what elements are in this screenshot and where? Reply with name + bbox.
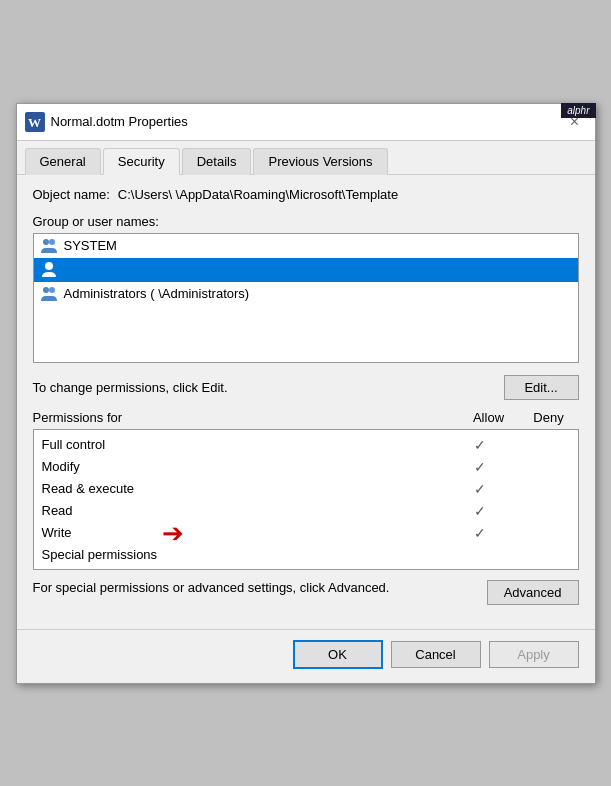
- svg-point-4: [45, 262, 53, 270]
- perm-allow-check: ✓: [450, 503, 510, 519]
- system-users-icon: [40, 237, 58, 255]
- alphr-badge: alphr: [561, 103, 595, 118]
- perm-allow-check: ✓: [450, 525, 510, 541]
- perm-row-full-control: Full control ✓: [42, 434, 570, 456]
- advanced-text: For special permissions or advanced sett…: [33, 580, 487, 595]
- perm-name: Special permissions: [42, 547, 450, 562]
- permission-change-text: To change permissions, click Edit.: [33, 380, 228, 395]
- perm-name: Modify: [42, 459, 450, 474]
- svg-point-3: [49, 239, 55, 245]
- tab-security[interactable]: Security: [103, 148, 180, 175]
- properties-dialog: W Normal.dotm Properties × General Secur…: [16, 103, 596, 684]
- permissions-table: Full control ✓ Modify ✓ Read & execute ✓: [33, 429, 579, 570]
- advanced-section: For special permissions or advanced sett…: [33, 580, 579, 605]
- tab-content: Object name: C:\Users\ \AppData\Roaming\…: [17, 175, 595, 629]
- permission-change-row: To change permissions, click Edit. Edit.…: [33, 375, 579, 400]
- user-list[interactable]: SYSTEM Ad: [33, 233, 579, 363]
- advanced-button[interactable]: Advanced: [487, 580, 579, 605]
- perm-row-modify: Modify ✓: [42, 456, 570, 478]
- deny-column-header: Deny: [519, 410, 579, 425]
- ok-button[interactable]: OK: [293, 640, 383, 669]
- user-name: SYSTEM: [64, 238, 117, 253]
- group-label: Group or user names:: [33, 214, 579, 229]
- permissions-section: Permissions for Allow Deny Full control …: [33, 410, 579, 570]
- user-icon: [40, 261, 58, 279]
- permissions-for-label: Permissions for: [33, 410, 459, 425]
- admins-icon: [40, 285, 58, 303]
- object-name-label: Object name:: [33, 187, 110, 202]
- perm-name: Write: [42, 525, 450, 540]
- tab-general[interactable]: General: [25, 148, 101, 175]
- list-item[interactable]: Administrators ( \Administrators): [34, 282, 578, 306]
- perm-name: Full control: [42, 437, 450, 452]
- tabs-bar: General Security Details Previous Versio…: [17, 141, 595, 175]
- edit-button[interactable]: Edit...: [504, 375, 579, 400]
- object-name-value: C:\Users\ \AppData\Roaming\Microsoft\Tem…: [118, 187, 398, 202]
- perm-name: Read: [42, 503, 450, 518]
- apply-button: Apply: [489, 641, 579, 668]
- user-name: Administrators ( \Administrators): [64, 286, 250, 301]
- list-item[interactable]: [34, 258, 578, 282]
- svg-text:W: W: [28, 115, 41, 130]
- tab-previous-versions[interactable]: Previous Versions: [253, 148, 387, 175]
- title-bar: W Normal.dotm Properties ×: [17, 104, 595, 141]
- perm-allow-check: ✓: [450, 481, 510, 497]
- perm-row-write: Write ➔ ✓: [42, 522, 570, 544]
- allow-column-header: Allow: [459, 410, 519, 425]
- cancel-button[interactable]: Cancel: [391, 641, 481, 668]
- svg-point-6: [49, 287, 55, 293]
- perm-row-read-execute: Read & execute ✓: [42, 478, 570, 500]
- perm-row-special: Special permissions: [42, 544, 570, 565]
- svg-point-5: [43, 287, 49, 293]
- dialog-buttons: OK Cancel Apply: [17, 629, 595, 683]
- tab-details[interactable]: Details: [182, 148, 252, 175]
- list-item[interactable]: SYSTEM: [34, 234, 578, 258]
- object-name-row: Object name: C:\Users\ \AppData\Roaming\…: [33, 187, 579, 202]
- red-arrow-icon: ➔: [162, 520, 184, 546]
- perm-name: Read & execute: [42, 481, 450, 496]
- window-title: Normal.dotm Properties: [51, 114, 188, 129]
- svg-point-2: [43, 239, 49, 245]
- perm-row-read: Read ✓: [42, 500, 570, 522]
- perm-allow-check: ✓: [450, 459, 510, 475]
- perm-allow-check: ✓: [450, 437, 510, 453]
- word-icon: W: [25, 112, 45, 132]
- title-bar-left: W Normal.dotm Properties: [25, 112, 188, 132]
